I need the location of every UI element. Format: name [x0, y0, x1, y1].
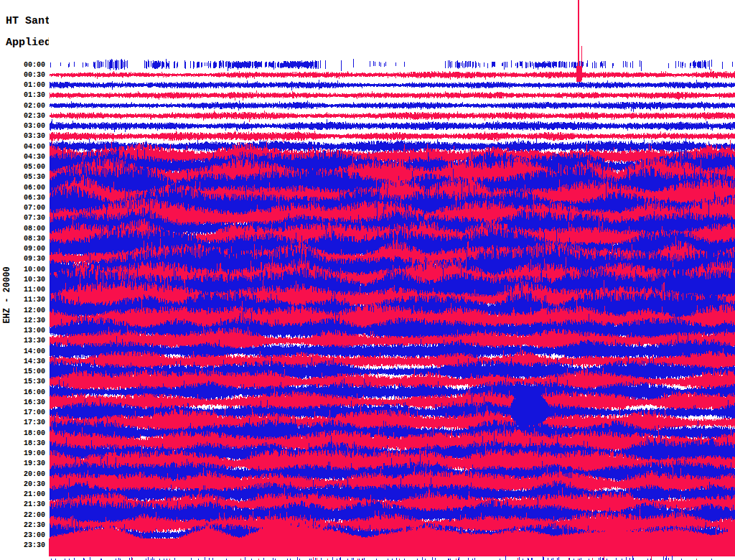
time-label: 03:30	[0, 132, 45, 140]
channel-scale-label: EHZ - 20000	[2, 251, 12, 339]
helicorder-plot	[49, 0, 735, 560]
time-label: 12:30	[0, 317, 45, 325]
time-label: 14:30	[0, 358, 45, 365]
time-label: 18:00	[0, 429, 45, 437]
time-label: 12:00	[0, 307, 45, 314]
time-label: 21:00	[0, 490, 45, 498]
time-label: 08:00	[0, 225, 45, 233]
time-label: 19:30	[0, 459, 45, 467]
time-label: 09:00	[0, 245, 45, 253]
time-label: 11:00	[0, 286, 45, 294]
time-label: 09:30	[0, 255, 45, 263]
time-label: 00:00	[0, 61, 45, 69]
time-label: 23:30	[0, 541, 45, 549]
time-label: 16:30	[0, 398, 45, 406]
time-label: 18:30	[0, 439, 45, 447]
time-label: 14:00	[0, 347, 45, 355]
time-label: 07:30	[0, 214, 45, 222]
time-label: 17:00	[0, 409, 45, 416]
time-label: 15:30	[0, 378, 45, 386]
time-label: 05:30	[0, 173, 45, 181]
time-label: 02:00	[0, 102, 45, 110]
time-label: 13:30	[0, 337, 45, 345]
time-label: 04:30	[0, 153, 45, 161]
time-label: 22:30	[0, 521, 45, 529]
time-label: 10:00	[0, 266, 45, 274]
time-label: 00:30	[0, 71, 45, 79]
time-label: 01:30	[0, 91, 45, 99]
time-label: 20:00	[0, 470, 45, 478]
time-label: 03:00	[0, 122, 45, 130]
time-label: 05:00	[0, 163, 45, 171]
time-label: 10:30	[0, 276, 45, 284]
time-label: 23:00	[0, 531, 45, 539]
time-label: 11:30	[0, 296, 45, 304]
time-label: 16:00	[0, 388, 45, 396]
time-label: 01:00	[0, 81, 45, 89]
time-label: 04:00	[0, 143, 45, 151]
time-label: 20:30	[0, 480, 45, 488]
time-label: 22:00	[0, 511, 45, 519]
time-label: 13:00	[0, 327, 45, 335]
time-label: 02:30	[0, 112, 45, 120]
time-label: 08:30	[0, 235, 45, 243]
time-label: 06:30	[0, 194, 45, 202]
time-label: 06:00	[0, 184, 45, 192]
time-label: 15:00	[0, 368, 45, 375]
time-label: 17:30	[0, 419, 45, 426]
time-label: 21:30	[0, 500, 45, 508]
time-label: 07:00	[0, 204, 45, 212]
time-label: 19:00	[0, 449, 45, 457]
